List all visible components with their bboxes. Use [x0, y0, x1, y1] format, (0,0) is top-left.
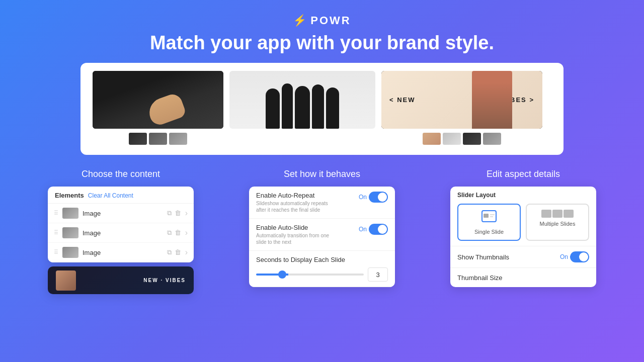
drag-handle-3[interactable]: ⠿ [54, 249, 58, 256]
single-slide-option[interactable]: Single Slide [457, 204, 521, 241]
seconds-value: 3 [368, 267, 388, 282]
logo: ⚡ POWR [0, 14, 644, 27]
slider-control: 3 [256, 267, 388, 282]
auto-repeat-toggle[interactable] [369, 192, 388, 203]
element-thumb-2 [62, 227, 78, 238]
preview-bottom-text: NEW · VIBES [143, 278, 186, 283]
show-thumbnails-label: Show Thumbnails [457, 253, 509, 261]
delete-icon-3[interactable]: 🗑 [175, 248, 181, 256]
slide-center [229, 71, 375, 129]
person-4 [312, 84, 324, 129]
auto-slide-toggle[interactable] [369, 224, 388, 235]
elements-label: Elements [55, 192, 84, 199]
auto-slide-text: Enable Auto-Slide Automatically transiti… [256, 224, 337, 245]
logo-icon: ⚡ [293, 14, 306, 27]
element-name-2: Image [83, 229, 163, 237]
thumbnails-right [423, 133, 501, 145]
single-slide-icon [481, 210, 497, 226]
copy-icon-3[interactable]: ⧉ [167, 248, 172, 256]
elements-card: Elements Clear All Content ⠿ Image ⧉ 🗑 ›… [48, 187, 194, 262]
element-thumb-3 [62, 247, 78, 258]
logo-text: POWR [310, 14, 351, 27]
auto-repeat-text: Enable Auto-Repeat Slideshow automatical… [256, 192, 337, 213]
auto-slide-desc: Automatically transition from one slide … [256, 232, 337, 245]
auto-slide-toggle-label: On [359, 226, 367, 233]
tagline: Match your app with your brand style. [0, 32, 644, 54]
seconds-title: Seconds to Display Each Slide [256, 256, 388, 263]
bottom-section: Choose the content Elements Clear All Co… [0, 159, 644, 294]
slider-layout-title: Slider Layout [457, 192, 589, 199]
auto-repeat-title: Enable Auto-Repeat [256, 192, 337, 199]
element-thumb-1 [62, 208, 78, 219]
slide-center-image [229, 71, 375, 129]
thumb-3[interactable] [169, 133, 187, 145]
right-thumb-2[interactable] [443, 133, 461, 145]
center-slide-column [229, 71, 375, 129]
thumbnails-toggle-group: On [560, 251, 589, 262]
element-actions-1: ⧉ 🗑 [167, 209, 181, 217]
slider-layout-section: Slider Layout Single Slide [450, 187, 596, 246]
elements-header: Elements Clear All Content [48, 187, 194, 204]
drag-handle-1[interactable]: ⠿ [54, 210, 58, 217]
left-slide-column [93, 71, 223, 145]
delete-icon-1[interactable]: 🗑 [175, 209, 181, 217]
person-2 [282, 83, 293, 129]
element-actions-3: ⧉ 🗑 [167, 248, 181, 256]
single-slide-svg [481, 210, 497, 223]
behavior-panel-title: Set how it behaves [284, 169, 360, 179]
chevron-icon-2[interactable]: › [185, 228, 188, 237]
preview-card-bottom: NEW · VIBES [48, 266, 194, 294]
chevron-icon-3[interactable]: › [185, 248, 188, 257]
content-panel-title: Choose the content [82, 169, 160, 179]
multi-img-2 [552, 210, 562, 218]
show-thumbnails-row: Show Thumbnails On [450, 246, 596, 268]
aspect-panel: Edit aspect details Slider Layout [423, 169, 624, 294]
svg-rect-1 [484, 214, 489, 218]
clear-content-button[interactable]: Clear All Content [88, 192, 133, 199]
thumb-2[interactable] [149, 133, 167, 145]
multi-img-3 [564, 210, 574, 218]
single-slide-label: Single Slide [474, 229, 504, 235]
copy-icon-1[interactable]: ⧉ [167, 209, 172, 217]
auto-repeat-toggle-label: On [359, 194, 367, 201]
thumbnails-toggle-label: On [560, 253, 568, 260]
table-row: ⠿ Image ⧉ 🗑 › [48, 204, 194, 223]
slide-right-image: < NEW VIBES > [381, 71, 542, 129]
preview-area: < NEW VIBES > [80, 63, 564, 155]
right-thumb-3[interactable] [463, 133, 481, 145]
element-name-1: Image [83, 210, 163, 217]
thumb-1[interactable] [129, 133, 147, 145]
drag-handle-2[interactable]: ⠿ [54, 229, 58, 236]
fashion-model [472, 71, 512, 129]
layout-options: Single Slide Multiple Slides [457, 204, 589, 241]
preview-bottom-img [56, 270, 76, 291]
thumbnails-toggle[interactable] [570, 251, 589, 262]
multi-icon [541, 210, 574, 218]
behavior-card: Enable Auto-Repeat Slideshow automatical… [249, 187, 395, 287]
behavior-panel: Set how it behaves Enable Auto-Repeat Sl… [221, 169, 423, 294]
element-name-3: Image [83, 249, 163, 256]
thumbnails-left [129, 133, 187, 145]
multiple-slides-icon [541, 210, 574, 218]
auto-repeat-desc: Slideshow automatically repeats after it… [256, 200, 337, 213]
table-row: ⠿ Image ⧉ 🗑 › [48, 223, 194, 243]
auto-repeat-row: Enable Auto-Repeat Slideshow automatical… [249, 187, 395, 219]
chevron-icon-1[interactable]: › [185, 209, 188, 218]
content-panel: Choose the content Elements Clear All Co… [20, 169, 221, 294]
delete-icon-2[interactable]: 🗑 [175, 229, 181, 237]
slide-left [93, 71, 223, 129]
person-5 [326, 87, 339, 129]
person-3 [295, 86, 310, 129]
aspect-card: Slider Layout Single Slide [450, 187, 596, 287]
auto-slide-toggle-group: On [359, 224, 388, 235]
auto-slide-title: Enable Auto-Slide [256, 224, 337, 231]
right-thumb-1[interactable] [423, 133, 441, 145]
right-thumb-4[interactable] [483, 133, 501, 145]
fashion-text-left: < NEW [389, 96, 416, 104]
auto-slide-row: Enable Auto-Slide Automatically transiti… [249, 219, 395, 251]
auto-repeat-toggle-group: On [359, 192, 388, 203]
person-1 [266, 88, 280, 129]
copy-icon-2[interactable]: ⧉ [167, 229, 172, 237]
multiple-slides-option[interactable]: Multiple Slides [526, 204, 589, 241]
seconds-slider[interactable] [256, 274, 364, 276]
